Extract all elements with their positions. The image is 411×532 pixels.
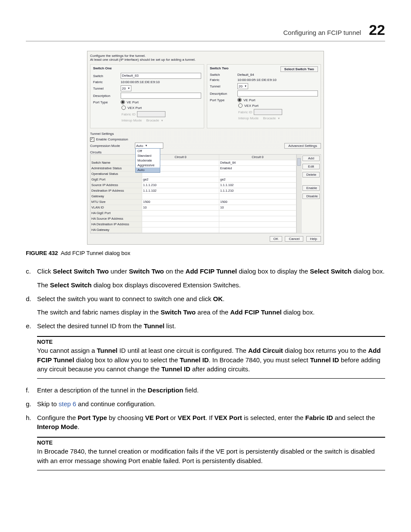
help-button[interactable]: Help [306,236,321,242]
row-label: VLAN ID [90,205,142,211]
table-row: Operational Status [90,171,296,177]
switch-columns: Switch One SwitchDefault_83 Fabric10:00:… [90,64,321,128]
fabric-id-input [137,111,165,117]
step-text: Select the desired tunnel ID from the Tu… [37,321,385,331]
switch-one-description-input[interactable] [121,93,201,99]
table-row: VLAN ID1010 [90,205,296,211]
delete-button[interactable]: Delete [302,172,320,177]
add-fcip-tunnel-dialog: Configure the settings for the tunnel. A… [87,51,324,245]
scrollbar-thumb[interactable] [297,158,301,166]
fabric-id-input-2 [254,109,282,115]
row-label: GigE Port [90,177,142,183]
switch-two-panel: Switch Two Select Switch Two SwitchDefau… [207,64,321,128]
circuits-table-body: Circuit 0 Circuit 0 Switch NameDefault_8… [90,155,296,233]
ve-port-radio-2[interactable] [237,98,242,102]
dialog-body: Configure the settings for the tunnel. A… [87,51,324,245]
mode-option[interactable]: Aggressive [136,163,160,168]
step-text: Skip to step 6 and continue configuratio… [37,399,385,409]
circuits-side-buttons: Add Edit Delete Enable Disable [301,155,321,233]
chevron-down-icon: ▼ [145,144,147,147]
switch-one-panel: Switch One SwitchDefault_83 Fabric10:00:… [90,64,204,128]
table-row: HA Gateway [90,227,296,233]
figure-number: FIGURE 432 [26,250,58,256]
label-tunnel: Tunnel [93,87,119,90]
label-fabric-2: Fabric [210,78,236,82]
mode-option[interactable]: Moderate [136,158,160,163]
mode-option[interactable]: Auto [136,168,160,172]
figure-caption: FIGURE 432 Add FCIP Tunnel dialog box [26,250,385,256]
mode-option[interactable]: Off [136,149,160,153]
row-label: Destination IP Address [90,188,142,194]
header-title: Configuring an FCIP tunnel [283,29,361,36]
step-marker: e. [26,321,37,331]
step6-link[interactable]: step 6 [59,400,76,408]
step-c-sub: The Select Switch dialog box displays di… [37,280,385,290]
interop-value-2: Brocade [263,116,276,120]
table-row: MTU Size15001500 [90,199,296,205]
step-marker: h. [26,413,37,432]
row-label: MTU Size [90,199,142,205]
enable-compression-checkbox[interactable] [90,137,94,142]
step-f: f. Enter a description of the tunnel in … [26,386,385,395]
row-value: ge2 [142,177,219,183]
compression-mode-label: Compression Mode [90,144,133,148]
enable-button[interactable]: Enable [302,185,320,191]
edit-button[interactable]: Edit [302,164,320,169]
dialog-footer: OK Cancel Help [90,236,321,242]
select-switch-two-button[interactable]: Select Switch Two [280,66,318,72]
advanced-settings-button[interactable]: Advanced Settings [284,143,321,149]
step-text: Select the switch you want to connect to… [37,294,385,304]
label-switch-2: Switch [210,73,236,77]
interop-label: Interop Mode [121,118,142,122]
chevron-down-icon: ▼ [128,87,130,90]
disable-button[interactable]: Disable [302,193,320,199]
scrollbar[interactable] [296,155,301,233]
switch-two-fabric: 10:00:00:05:1E:DE:E9:10 [237,78,318,82]
chevron-down-icon: ▼ [161,119,163,122]
switch-one-switch-input[interactable]: Default_83 [121,73,201,79]
chevron-down-icon: ▼ [244,85,247,87]
table-row: Destination IP Address1.1.1.1021.1.1.210 [90,188,296,194]
interop-value: Brocade [146,118,159,122]
table-row: Administrative StatusEnabledEnabled [90,166,296,171]
row-value [219,216,296,222]
row-value: 1.1.1.102 [219,183,296,188]
label-description: Description [93,94,119,98]
row-value [219,222,296,227]
row-value: 10 [142,205,219,211]
mode-option[interactable]: Standard [136,153,160,158]
switch-two-switch: Default_84 [237,73,318,77]
dialog-instructions: Configure the settings for the tunnel. A… [90,54,321,62]
ve-port-label: VE Port [127,100,139,104]
table-row: Switch NameDefault_83Default_84 [90,160,296,166]
switch-two-title-text: Switch Two [210,66,228,70]
ve-port-radio[interactable] [121,100,125,104]
vex-port-radio-2[interactable] [238,103,243,108]
switch-two-tunnel-select[interactable]: 20▼ [237,83,248,89]
compression-mode-dropdown[interactable]: Off Standard Moderate Aggressive Auto [135,148,160,173]
step-h: h. Configure the Port Type by choosing V… [26,413,385,432]
step-marker: d. [26,294,37,304]
switch-one-tunnel-select[interactable]: 20▼ [121,85,131,91]
note-heading: NOTE [37,339,385,345]
row-label: Operational Status [90,171,142,177]
ok-button[interactable]: OK [270,236,283,242]
table-row: HA Source IP Address [90,216,296,222]
circuits-section: Circuits Circuit 0 Circuit 0 Switch Name… [90,150,321,233]
row-label: Switch Name [90,160,142,166]
row-label: HA Gateway [90,227,142,233]
row-value [142,194,219,199]
switch-two-description-input[interactable] [237,90,318,96]
row-value [219,194,296,199]
vex-port-radio[interactable] [121,106,126,110]
compression-mode-select[interactable]: Auto▼ Off Standard Moderate Aggressive A… [135,143,163,149]
row-label: HA Source IP Address [90,216,142,222]
cancel-button[interactable]: Cancel [285,236,303,242]
table-row: HA Destination IP Address [90,222,296,227]
table-row: Source IP Address1.1.1.2101.1.1.102 [90,183,296,188]
page-header: Configuring an FCIP tunnel 22 [26,22,385,41]
note-body: You cannot assign a Tunnel ID until at l… [37,346,385,374]
switch-one-title: Switch One [93,66,201,70]
add-button[interactable]: Add [302,156,320,161]
row-value: 1.1.1.102 [142,188,219,194]
